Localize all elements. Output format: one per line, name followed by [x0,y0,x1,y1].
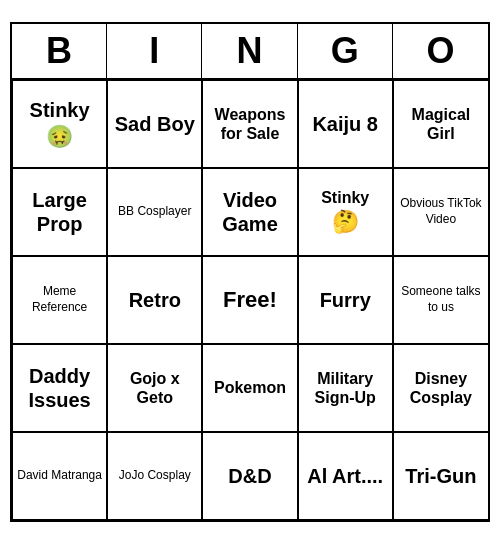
bingo-cell-12: Free! [202,256,297,344]
cell-text-2: Weapons for Sale [207,105,292,143]
bingo-cell-13: Furry [298,256,393,344]
bingo-header: BINGO [12,24,488,80]
cell-text-16: Gojo x Geto [112,369,197,407]
bingo-cell-10: Meme Reference [12,256,107,344]
bingo-cell-23: Al Art.... [298,432,393,520]
cell-text-4: Magical Girl [398,105,484,143]
bingo-cell-6: BB Cosplayer [107,168,202,256]
bingo-cell-7: Video Game [202,168,297,256]
bingo-letter-b: B [12,24,107,78]
bingo-cell-0: Stinky🤢 [12,80,107,168]
bingo-cell-16: Gojo x Geto [107,344,202,432]
bingo-cell-15: Daddy Issues [12,344,107,432]
bingo-cell-2: Weapons for Sale [202,80,297,168]
bingo-letter-g: G [298,24,393,78]
bingo-cell-22: D&D [202,432,297,520]
bingo-cell-9: Obvious TikTok Video [393,168,488,256]
bingo-letter-i: I [107,24,202,78]
bingo-cell-19: Disney Cosplay [393,344,488,432]
bingo-cell-18: Military Sign-Up [298,344,393,432]
cell-text-18: Military Sign-Up [303,369,388,407]
bingo-cell-8: Stinky🤔 [298,168,393,256]
bingo-cell-21: JoJo Cosplay [107,432,202,520]
cell-text-24: Tri-Gun [405,464,476,488]
cell-text-8: Stinky [321,188,369,207]
cell-text-23: Al Art.... [307,464,383,488]
cell-text-3: Kaiju 8 [312,112,378,136]
cell-text-20: David Matranga [17,468,102,484]
cell-text-17: Pokemon [214,378,286,397]
cell-text-22: D&D [228,464,271,488]
cell-text-13: Furry [320,288,371,312]
bingo-cell-3: Kaiju 8 [298,80,393,168]
cell-text-12: Free! [223,287,277,313]
cell-text-5: Large Prop [17,188,102,236]
bingo-cell-5: Large Prop [12,168,107,256]
cell-text-10: Meme Reference [17,284,102,315]
cell-text-14: Someone talks to us [398,284,484,315]
cell-text-1: Sad Boy [115,112,195,136]
cell-emoji-8: 🤔 [332,209,359,235]
cell-text-9: Obvious TikTok Video [398,196,484,227]
bingo-letter-n: N [202,24,297,78]
cell-text-21: JoJo Cosplay [119,468,191,484]
bingo-cell-4: Magical Girl [393,80,488,168]
cell-text-7: Video Game [207,188,292,236]
bingo-cell-17: Pokemon [202,344,297,432]
bingo-cell-14: Someone talks to us [393,256,488,344]
bingo-cell-11: Retro [107,256,202,344]
bingo-cell-24: Tri-Gun [393,432,488,520]
bingo-cell-20: David Matranga [12,432,107,520]
cell-text-6: BB Cosplayer [118,204,191,220]
bingo-grid: Stinky🤢Sad BoyWeapons for SaleKaiju 8Mag… [12,80,488,520]
bingo-card: BINGO Stinky🤢Sad BoyWeapons for SaleKaij… [10,22,490,522]
bingo-letter-o: O [393,24,488,78]
cell-emoji-0: 🤢 [46,124,73,150]
cell-text-0: Stinky [30,98,90,122]
bingo-cell-1: Sad Boy [107,80,202,168]
cell-text-11: Retro [129,288,181,312]
cell-text-15: Daddy Issues [17,364,102,412]
cell-text-19: Disney Cosplay [398,369,484,407]
